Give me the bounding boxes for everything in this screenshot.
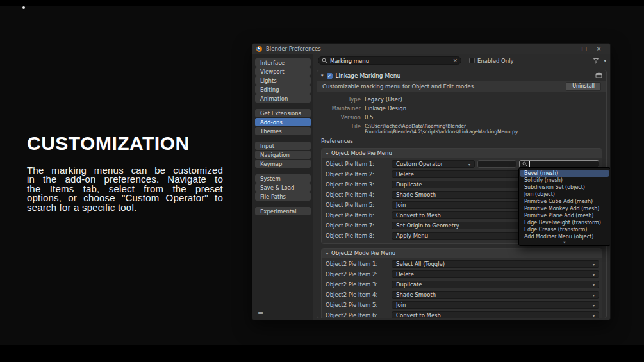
sidebar-group-gap (255, 169, 311, 174)
sidebar-item-editing[interactable]: Editing (255, 85, 311, 94)
chevron-down-icon: ▾ (590, 313, 595, 318)
sidebar-item-viewport[interactable]: Viewport (255, 67, 311, 76)
enabled-only-checkbox[interactable] (469, 58, 475, 63)
detail-value: 0.5 (365, 114, 374, 120)
panel-body: Object2 Pie Item 1: Select All (Toggle) … (322, 258, 602, 318)
slide: CUSTOMIZATION The marking menus can be c… (0, 0, 644, 362)
chevron-down-icon: ▾ (590, 293, 595, 297)
pie-item-label: Object2 Pie Item 6: (323, 312, 392, 318)
window-title: Blender Preferences (266, 45, 321, 52)
sidebar-item-file-paths[interactable]: File Paths (255, 192, 311, 201)
text-cursor (529, 161, 530, 167)
detail-value: Legacy (User) (365, 96, 402, 103)
selected-value: Delete (396, 171, 414, 177)
chevron-down-icon[interactable]: ▾ (604, 58, 606, 63)
pie-item-1-type-select[interactable]: Custom Operator ▾ (392, 160, 475, 168)
clear-search-icon[interactable]: × (452, 58, 458, 63)
blender-preferences-window: Blender Preferences − □ × Interface View… (252, 43, 611, 320)
panel-expand-icon: ▾ (326, 151, 328, 156)
addon-enable-checkbox[interactable]: ✓ (327, 73, 333, 79)
more-results-icon[interactable]: ▼ (520, 240, 609, 245)
preferences-section-label: Preferences (321, 138, 606, 144)
search-result-item[interactable]: Join (object) (520, 191, 609, 198)
decorative-dot (22, 6, 25, 9)
search-result-item[interactable]: Solidify (mesh) (520, 177, 609, 184)
filter-icon[interactable] (593, 58, 599, 64)
sidebar-group-gap (255, 201, 311, 207)
panel-title: Object2 Mode Pie Menu (331, 250, 395, 256)
custom-operator-name-field[interactable] (477, 160, 516, 168)
pie-item-label: Object2 Pie Item 5: (323, 302, 392, 308)
search-result-item[interactable]: Bevel (mesh) (520, 170, 609, 177)
sidebar-item-navigation[interactable]: Navigation (255, 151, 311, 159)
panel-header-object2-mode[interactable]: ▾ Object2 Mode Pie Menu (322, 249, 602, 258)
addon-name: Linkage Marking Menu (336, 72, 401, 79)
pie2-item-5-preset-select[interactable]: Join ▾ (392, 301, 599, 309)
expand-chevron-icon[interactable]: ▾ (321, 73, 324, 78)
panel-expand-icon: ▾ (326, 251, 328, 256)
addons-main-region: Marking menu × Enabled Only ▾ ▾ ✓ (313, 54, 610, 320)
selected-value: Convert to Mesh (396, 312, 441, 318)
search-icon (322, 58, 327, 63)
addon-search-input[interactable]: Marking menu × (318, 56, 461, 65)
search-result-item[interactable]: Edge Bevelweight (transform) (520, 219, 609, 226)
sidebar-item-lights[interactable]: Lights (255, 76, 311, 85)
pie2-row-1: Object2 Pie Item 1: Select All (Toggle) … (323, 260, 600, 268)
pie-item-label: Object Pie Item 3: (323, 181, 392, 188)
search-result-item[interactable]: Primitive Monkey Add (mesh) (520, 205, 609, 212)
sidebar-item-save-load[interactable]: Save & Load (255, 183, 311, 192)
pie-item-label: Object2 Pie Item 2: (323, 271, 392, 277)
addon-header-row[interactable]: ▾ ✓ Linkage Marking Menu (317, 70, 606, 81)
pie2-row-6: Object2 Pie Item 6: Convert to Mesh ▾ (323, 311, 600, 318)
pie-item-label: Object Pie Item 7: (323, 222, 392, 229)
detail-row: Maintainer Linkage Design (317, 105, 606, 111)
pie-item-label: Object Pie Item 4: (323, 192, 392, 198)
pie2-item-3-preset-select[interactable]: Duplicate ▾ (392, 281, 599, 288)
search-result-item[interactable]: Primitive Cube Add (mesh) (520, 198, 609, 205)
pie-item-label: Object Pie Item 2: (323, 171, 392, 177)
sidebar-item-animation[interactable]: Animation (255, 94, 311, 103)
slide-paragraph: The marking menus can be customized in t… (27, 166, 223, 212)
pie2-row-4: Object2 Pie Item 4: Shade Smooth ▾ (323, 291, 600, 299)
operator-search-results: Bevel (mesh) Solidify (mesh) Subdivision… (518, 167, 611, 246)
pie-item-label: Object Pie Item 1: (323, 161, 392, 167)
selected-value: Convert to Mesh (396, 212, 441, 218)
maximize-button[interactable]: □ (577, 44, 591, 54)
uninstall-button[interactable]: Uninstall (566, 82, 601, 91)
sidebar-item-input[interactable]: Input (255, 142, 311, 150)
pie2-item-2-preset-select[interactable]: Delete ▾ (392, 270, 599, 278)
sidebar-item-get-extensions[interactable]: Get Extensions (255, 109, 311, 117)
sidebar-item-system[interactable]: System (255, 174, 311, 183)
search-result-item[interactable]: Subdivision Set (object) (520, 184, 609, 191)
detail-label: Type (317, 96, 365, 103)
editor-menu-icon[interactable]: ≡ (258, 309, 263, 318)
detail-label: Maintainer (317, 105, 365, 111)
sidebar-item-keymap[interactable]: Keymap (255, 160, 311, 168)
sidebar-item-interface[interactable]: Interface (255, 58, 311, 67)
search-value: Marking menu (330, 58, 450, 64)
sidebar-item-themes[interactable]: Themes (255, 127, 311, 135)
pie2-item-4-preset-select[interactable]: Shade Smooth ▾ (392, 291, 599, 299)
search-result-item[interactable]: Edge Crease (transform) (520, 226, 609, 233)
panel-header-object-mode[interactable]: ▾ Object Mode Pie Menu (322, 149, 602, 158)
intro-text-block: CUSTOMIZATION The marking menus can be c… (27, 133, 223, 212)
minimize-button[interactable]: − (562, 44, 577, 54)
sidebar-item-add-ons[interactable]: Add-ons (255, 118, 311, 126)
search-result-item[interactable]: Add Modifier Menu (object) (520, 233, 609, 240)
pie2-item-1-preset-select[interactable]: Select All (Toggle) ▾ (392, 260, 599, 268)
search-icon (522, 161, 527, 167)
slide-heading: CUSTOMIZATION (27, 133, 223, 154)
search-result-item[interactable]: Primitive Plane Add (mesh) (520, 212, 609, 219)
pie-item-label: Object2 Pie Item 3: (323, 281, 392, 288)
sidebar-item-experimental[interactable]: Experimental (255, 207, 311, 215)
selected-value: Join (396, 302, 406, 308)
addon-description: Customizable marking menu for Object and… (322, 83, 475, 90)
close-button[interactable]: × (591, 44, 606, 54)
selected-value: Shade Smooth (396, 192, 436, 198)
pie-item-label: Object Pie Item 6: (323, 212, 392, 218)
pie2-item-6-preset-select[interactable]: Convert to Mesh ▾ (392, 311, 599, 318)
detail-label: Version (317, 114, 365, 120)
detail-label: File (317, 123, 365, 135)
titlebar[interactable]: Blender Preferences − □ × (252, 44, 610, 54)
enabled-only-toggle[interactable]: Enabled Only (469, 56, 514, 65)
